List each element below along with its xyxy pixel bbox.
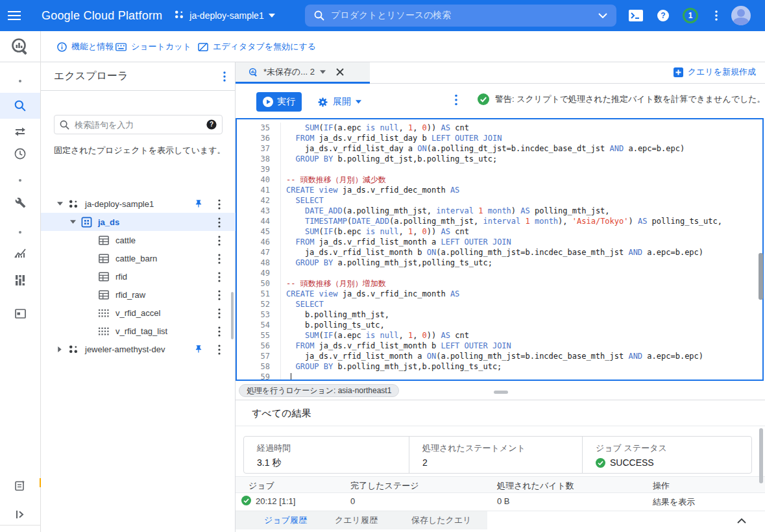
analytics-chart-icon[interactable]	[0, 240, 40, 266]
expand-menu-button[interactable]: 展開	[317, 92, 361, 112]
splitter-handle[interactable]	[494, 391, 508, 394]
top-bar: Google Cloud Platform ja-deploy-sample1 …	[0, 0, 765, 31]
code-line: 48 GROUP BY a.polling_mth_jst,polling_ts…	[237, 258, 762, 268]
tree-item-v_rfid_accel[interactable]: v_rfid_accel	[41, 304, 236, 322]
chevron-down-icon	[598, 13, 607, 18]
hamburger-menu-icon[interactable]	[0, 0, 29, 31]
more-menu-icon[interactable]	[218, 308, 221, 320]
tree-item-rfid[interactable]: rfid	[41, 267, 236, 285]
pin-icon[interactable]	[194, 199, 203, 210]
more-menu-icon[interactable]	[218, 236, 221, 248]
stat-statements: 処理されたステートメント 2	[409, 437, 583, 473]
job-stages: 0	[350, 496, 355, 506]
expand-panel-icon[interactable]	[0, 502, 40, 527]
editor-more-menu-icon[interactable]	[455, 94, 457, 108]
code-line: 54 b.polling_ts_utc,	[237, 320, 762, 330]
keyboard-icon	[115, 43, 127, 51]
table-icon	[98, 272, 110, 282]
notifications-badge[interactable]: 1	[679, 0, 702, 31]
disable-editor-tabs-link[interactable]: エディタタブを無効にする	[198, 31, 316, 62]
view-icon	[98, 326, 110, 337]
history-clock-icon[interactable]	[0, 141, 40, 167]
query-workspace: *未保存の... 2 クエリを新規作成 実行 展開	[236, 62, 765, 532]
tree-item-ja-deploy-sample1[interactable]: ja-deploy-sample1	[41, 195, 236, 213]
sql-editor[interactable]: 35 SUM(IF(a.epc is null, 1, 0)) AS cnt36…	[236, 118, 764, 381]
code-line: 43 DATE_ADD(a.polling_mth_jst, interval …	[237, 206, 762, 216]
tab-saved-queries[interactable]: 保存したクエリ	[411, 511, 472, 529]
wrench-icon[interactable]	[0, 189, 40, 215]
tree-item-v_rfid_tag_list[interactable]: v_rfid_tag_list	[41, 322, 236, 340]
view-icon	[98, 308, 110, 319]
explorer-more-menu-icon[interactable]	[223, 71, 226, 82]
caret-down-icon[interactable]	[54, 202, 66, 206]
pin-icon[interactable]	[194, 345, 203, 356]
code-line: 41CREATE view ja_ds.v_rfid_dec_month AS	[237, 185, 762, 195]
job-bytes: 0 B	[497, 496, 510, 506]
cloud-shell-icon[interactable]	[624, 0, 648, 31]
more-menu-icon[interactable]	[218, 326, 221, 339]
code-line: 59	[237, 372, 762, 381]
project-icon	[174, 9, 185, 22]
play-icon	[263, 97, 273, 107]
chevron-down-icon	[356, 100, 361, 104]
caret-down-icon[interactable]	[67, 220, 79, 224]
processing-location-chip: 処理を行うロケーション: asia-northeast1	[239, 384, 399, 397]
features-info-link[interactable]: 機能と情報	[57, 31, 114, 62]
global-search-input[interactable]: プロダクトとリソースの検索	[305, 5, 616, 27]
more-menu-icon[interactable]	[218, 272, 221, 284]
explorer-search-input[interactable]	[73, 119, 202, 130]
code-line: 57 ja_ds.v_rfid_list_month a ON(a.pollin…	[237, 351, 762, 361]
results-scrollbar[interactable]	[759, 428, 763, 483]
tab-query-history[interactable]: クエリ履歴	[335, 511, 378, 529]
job-id: 20:12 [1:1]	[256, 496, 295, 506]
shortcuts-link[interactable]: ショートカット	[115, 31, 191, 62]
search-help-icon[interactable]: ?	[206, 119, 217, 130]
query-tab[interactable]: *未保存の... 2	[236, 62, 370, 84]
tree-item-cattle_barn[interactable]: cattle_barn	[41, 249, 236, 267]
explorer-scrollbar[interactable]	[231, 292, 234, 339]
table-window-icon[interactable]	[0, 300, 40, 326]
project-switcher[interactable]: ja-deploy-sample1	[174, 9, 274, 22]
tree-item-rfid_raw[interactable]: rfid_raw	[41, 285, 236, 304]
more-menu-icon[interactable]	[218, 199, 221, 212]
status-badge: SUCCESS	[610, 457, 654, 468]
check-circle-icon	[478, 93, 489, 105]
search-icon	[314, 10, 324, 21]
bigquery-logo-icon[interactable]	[0, 31, 41, 62]
query-validation-message: 警告: スクリプトで処理された推定バイト数を計算できませんでした。	[478, 93, 765, 105]
code-line: 35 SUM(IF(a.epc is null, 1, 0)) AS cnt	[237, 123, 762, 133]
more-menu-icon[interactable]	[218, 254, 221, 266]
history-tab-bar: ジョブ履歴 クエリ履歴 保存したクエリ	[236, 511, 765, 529]
more-menu-icon[interactable]	[218, 290, 221, 302]
new-query-button[interactable]: クエリを新規作成	[674, 62, 756, 82]
query-toolbar: 実行 展開 警告: スクリプトで処理された推定バイト数を計算できませんでした。	[236, 84, 765, 118]
capacity-bars-icon[interactable]	[0, 267, 40, 293]
more-menu-icon[interactable]	[218, 345, 221, 357]
more-menu-icon[interactable]	[218, 217, 221, 230]
project-name: ja-deploy-sample1	[189, 10, 263, 21]
code-line: 53 b.polling_mth_jst,	[237, 309, 762, 320]
release-notes-icon[interactable]	[0, 472, 40, 498]
show-results-link[interactable]: 結果を表示	[653, 496, 695, 508]
explorer-title: エクスプローラ	[54, 69, 223, 83]
editor-scrollbar[interactable]	[759, 253, 763, 300]
run-query-button[interactable]: 実行	[256, 92, 302, 112]
search-icon[interactable]	[0, 93, 40, 119]
tree-item-jeweler-amethyst-dev[interactable]: jeweler-amethyst-dev	[41, 340, 236, 358]
code-line: 37 ja_ds.v_rfid_list_day a ON(a.polling_…	[237, 143, 762, 154]
job-row[interactable]: 20:12 [1:1] 0 0 B 結果を表示	[236, 493, 765, 510]
close-tab-icon[interactable]	[336, 68, 344, 76]
tab-job-history[interactable]: ジョブ履歴	[264, 511, 307, 529]
search-placeholder: プロダクトとリソースの検索	[331, 10, 592, 21]
avatar[interactable]	[727, 0, 755, 31]
collapse-panel-icon[interactable]	[737, 514, 746, 526]
svg-text:?: ?	[210, 121, 213, 128]
tab-dropdown-icon[interactable]	[320, 70, 326, 74]
help-icon[interactable]: ?	[651, 0, 675, 31]
code-line: 39	[237, 164, 762, 175]
caret-right-icon[interactable]	[54, 346, 66, 352]
tree-item-ja_ds[interactable]: ja_ds	[41, 213, 236, 231]
tree-item-cattle[interactable]: cattle	[41, 231, 236, 249]
stat-job-status: ジョブ ステータス SUCCESS	[583, 437, 751, 473]
more-menu-icon[interactable]	[705, 0, 728, 31]
